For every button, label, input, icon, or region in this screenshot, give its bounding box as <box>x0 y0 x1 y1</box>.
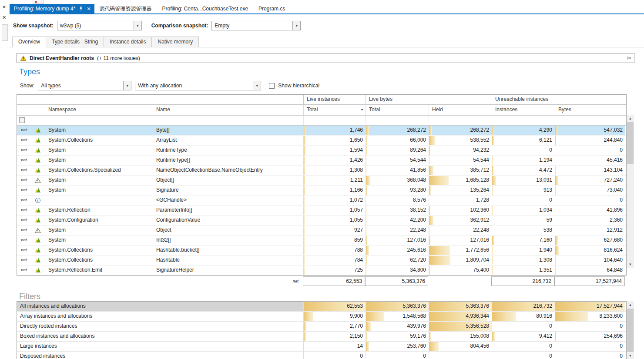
types-row[interactable]: netSystemRuntimeType1,59489,26494,23200 <box>17 146 626 156</box>
tab-overview[interactable]: Overview <box>12 37 46 47</box>
column-header-held[interactable]: Held <box>429 105 492 115</box>
filter-row[interactable]: Boxed instances and allocations2,15059,1… <box>17 332 626 342</box>
scroll-down-icon[interactable]: ▼ <box>627 352 634 359</box>
close-icon[interactable]: ✕ <box>2 4 6 10</box>
value-text: 1,034 <box>539 207 552 213</box>
column-header-name[interactable]: Name <box>153 105 303 115</box>
close-icon[interactable]: ✕ <box>87 7 91 11</box>
dotnet-badge-cell: net <box>17 226 31 235</box>
scroll-up-icon[interactable]: ▲ <box>627 115 634 122</box>
value-text: 0 <box>423 353 426 359</box>
live-instances-cell: 14 <box>303 342 366 351</box>
types-scroll-thumb[interactable] <box>627 122 634 164</box>
tab-native-memory[interactable]: Native memory <box>151 37 199 47</box>
types-scroll-track[interactable] <box>627 122 634 261</box>
allocation-filter-select[interactable]: With any allocation ▾ <box>135 81 261 90</box>
types-row[interactable]: netSystem.Reflection.EmitSignatureHelper… <box>17 266 626 275</box>
value-bar <box>492 176 496 185</box>
value-text: 0 <box>549 323 552 329</box>
types-row[interactable]: netSystem.Collections.SpecializedNameObj… <box>17 166 626 176</box>
scroll-up-icon[interactable]: ▲ <box>627 301 634 309</box>
types-row[interactable]: netSystemByte[]1,746268,272268,2724,2905… <box>17 126 626 136</box>
filter-box-icon[interactable] <box>19 117 25 123</box>
filter-cell-held[interactable] <box>429 116 492 125</box>
comparison-select[interactable]: Empty ▾ <box>211 21 301 30</box>
value-bar <box>304 126 305 135</box>
type-icon <box>31 216 45 225</box>
unreachable-instances-cell: 1,308 <box>492 256 555 265</box>
filter-cell-bytes[interactable] <box>555 116 625 125</box>
filter-cell-namespace[interactable] <box>45 116 153 125</box>
value-text: 1,308 <box>350 167 363 173</box>
value-bar <box>429 266 430 275</box>
types-row[interactable]: netSystemRuntimeType[]1,42654,54454,5441… <box>17 156 626 166</box>
filter-cell-name[interactable] <box>153 116 303 125</box>
types-row[interactable]: netSystem.CollectionsHashtable.bucket[]7… <box>17 246 626 256</box>
value-bar <box>555 126 557 135</box>
types-row[interactable]: netSystemSignature1,16693,280135,2649137… <box>17 186 626 196</box>
live-bytes-cell: 54,544 <box>366 156 429 165</box>
types-row[interactable]: netSystemObject[]1,211368,0481,685,12813… <box>17 176 626 186</box>
held-cell: 5,356,528 <box>429 322 492 331</box>
filters-scroll-thumb[interactable] <box>627 309 634 352</box>
filters-scrollbar[interactable]: ▲ ▼ <box>627 301 634 359</box>
chevron-down-icon[interactable]: ▾ <box>134 21 141 30</box>
filter-row[interactable]: All instances and allocations62,5535,363… <box>17 302 626 312</box>
filters-scroll-track[interactable] <box>627 309 634 352</box>
value-text: 1,728 <box>476 197 489 203</box>
types-scrollbar[interactable]: ▲ ▼ <box>627 115 634 268</box>
chevron-down-icon[interactable]: ▾ <box>292 21 300 30</box>
doc-tab-2[interactable]: 源代码管理资源管理器 <box>94 4 157 13</box>
pin-icon[interactable] <box>78 6 84 11</box>
doc-tab-4[interactable]: Program.cs <box>253 4 290 13</box>
column-header-bytes[interactable]: Bytes <box>555 105 625 115</box>
pin-icon[interactable] <box>625 55 631 61</box>
filter-cell[interactable] <box>31 116 45 125</box>
value-bar <box>429 136 435 145</box>
value-bar <box>304 186 305 195</box>
value-bar <box>304 216 305 225</box>
filter-cell-net[interactable] <box>17 116 31 125</box>
types-row[interactable]: netSystem.ReflectionParameterInfo[]1,057… <box>17 206 626 216</box>
chevron-down-icon[interactable]: ▾ <box>123 81 131 90</box>
types-row[interactable]: netSystem.ConfigurationConfigurationValu… <box>17 216 626 226</box>
snapshot-select[interactable]: w3wp (5) ▾ <box>57 21 142 30</box>
doc-tab-1[interactable]: Profiling: Memory dump 4*✕ <box>10 4 94 13</box>
tab-instance-details[interactable]: Instance details <box>104 37 152 47</box>
filter-label-cell: Disposed instances <box>17 352 303 359</box>
live-bytes-cell: 42,200 <box>366 216 429 225</box>
doc-tab-3[interactable]: Profiling: Centa...CouchbaseTest.exe <box>157 4 253 13</box>
chevron-down-icon[interactable]: ▾ <box>253 81 261 90</box>
value-bar <box>366 206 366 215</box>
types-row[interactable]: netSystemObject92722,24822,24853812,912 <box>17 226 626 236</box>
types-row[interactable]: netSystem.CollectionsArrayList1,65066,00… <box>17 136 626 146</box>
types-totals-row: net 62,553 5,363,376 216,732 17,527,944 <box>17 276 627 286</box>
scroll-down-icon[interactable]: ▼ <box>627 261 634 268</box>
type-filter-select[interactable]: All types ▾ <box>38 81 131 90</box>
filter-cell-live-bytes[interactable] <box>366 116 429 125</box>
filter-row[interactable]: Directly rooted instances2,770439,9765,3… <box>17 322 626 332</box>
column-header-namespace[interactable]: Namespace <box>45 105 153 115</box>
column-header-instances[interactable]: Instances <box>492 105 555 115</box>
types-row[interactable]: netSystem.CollectionsHashtable78462,7201… <box>17 256 626 266</box>
types-row[interactable]: net<GCHandle>1,0728,5761,72800 <box>17 196 626 206</box>
tab-type-details-string[interactable]: Type details - String <box>46 37 104 47</box>
collapsed-panel-handle[interactable] <box>2 24 8 41</box>
unreachable-bytes-cell: 627,680 <box>555 236 625 245</box>
filter-row[interactable]: Large instances14253,760804,45600 <box>17 342 626 352</box>
types-row[interactable]: netSystemInt32[]859127,016127,0167,16062… <box>17 236 626 246</box>
column-header-live-bytes-total[interactable]: Total <box>366 105 429 115</box>
filter-row[interactable]: Disposed instances0000 <box>17 352 626 359</box>
column-header-live-instances-total[interactable]: Total▼ <box>303 105 366 115</box>
dotnet-badge-cell: net <box>17 166 31 175</box>
value-text: 804,456 <box>470 343 489 349</box>
close-icon[interactable]: ✕ <box>2 15 6 20</box>
sort-descending-icon[interactable]: ▼ <box>360 105 364 115</box>
value-bar <box>304 246 305 255</box>
filter-cell-live-instances[interactable] <box>303 116 366 125</box>
filter-cell-instances[interactable] <box>492 116 555 125</box>
filter-row[interactable]: Array instances and allocations9,9001,54… <box>17 312 626 322</box>
show-hierarchical-checkbox[interactable] <box>269 83 275 89</box>
live-bytes-cell: 93,280 <box>366 186 429 195</box>
issues-banner[interactable]: Direct EventHandler roots (+ 11 more iss… <box>17 53 634 63</box>
